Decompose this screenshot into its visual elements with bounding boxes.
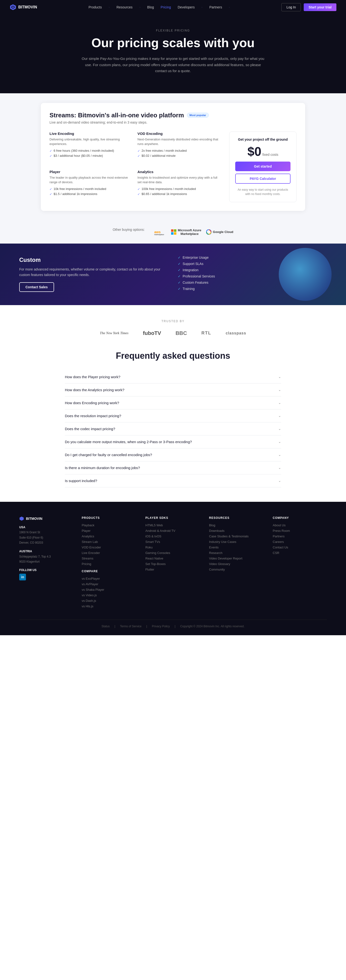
faq-question-2[interactable]: How does the Analytics pricing work? ⌄ bbox=[65, 383, 281, 396]
start-trial-button[interactable]: Start your trial bbox=[304, 3, 336, 11]
check-icon: ✓ bbox=[49, 187, 52, 191]
feature-vod-encoding-desc: Next-Generation massively distributed vi… bbox=[137, 137, 220, 146]
azure-marketplace-logo[interactable]: Microsoft AzureMarketplace bbox=[171, 228, 202, 235]
footer-link-press[interactable]: Press Room bbox=[273, 529, 327, 533]
nav-blog[interactable]: Blog bbox=[147, 5, 154, 9]
pricing-card: Streams: Bitmovin's all-in-one video pla… bbox=[41, 103, 305, 211]
faq-item-3[interactable]: How does Encoding pricing work? ⌄ bbox=[65, 396, 281, 409]
footer-link-playback[interactable]: Playback bbox=[82, 523, 136, 527]
faq-question-4[interactable]: Does the resolution impact pricing? ⌄ bbox=[65, 409, 281, 422]
faq-question-9[interactable]: Is support included? ⌄ bbox=[65, 474, 281, 487]
faq-item-8[interactable]: Is there a minimum duration for encoding… bbox=[65, 461, 281, 474]
footer-link-csr[interactable]: CSR bbox=[273, 551, 327, 555]
trusted-logo-nyt: The New York Times bbox=[100, 331, 128, 335]
faq-item-7[interactable]: Do I get charged for faulty or cancelled… bbox=[65, 449, 281, 461]
svg-text:aws: aws bbox=[154, 230, 161, 234]
faq-question-3[interactable]: How does Encoding pricing work? ⌄ bbox=[65, 396, 281, 409]
footer-link-vs-videojs[interactable]: vs Video.js bbox=[82, 593, 136, 597]
footer-address-us: USA 1900 N Grant St Suite 610 (Floor 6) … bbox=[19, 525, 72, 565]
faq-question-8[interactable]: Is there a minimum duration for encoding… bbox=[65, 461, 281, 474]
feature-vod-encoding-list: ✓2x free minutes / month included ✓$0.02… bbox=[137, 149, 220, 158]
footer-link-events[interactable]: Events bbox=[209, 546, 263, 549]
footer-terms-link[interactable]: Terms of Service bbox=[120, 625, 141, 628]
faq-question-6[interactable]: Do you calculate more output minutes, wh… bbox=[65, 436, 281, 448]
login-button[interactable]: Log In bbox=[281, 3, 301, 11]
footer-link-video-dev-report[interactable]: Video Developer Report bbox=[209, 557, 263, 560]
player-item-1: ✓10k free impressions / month included bbox=[49, 187, 132, 191]
hero-section: FLEXIBLE PRICING Our pricing scales with… bbox=[0, 14, 346, 93]
features-grid: Live Encoding Delivering unbreakable, hi… bbox=[49, 132, 220, 202]
payg-calculator-button[interactable]: PAYG Calculator bbox=[235, 173, 290, 184]
trusted-section: TRUSTED BY The New York Times fuboTV BBC… bbox=[0, 305, 346, 351]
nav-partners[interactable]: Partners bbox=[209, 5, 222, 9]
footer-link-careers[interactable]: Careers bbox=[273, 540, 327, 544]
footer-player-sdks-title: PLAYER SDKS bbox=[145, 516, 200, 520]
nav-resources[interactable]: Resources bbox=[116, 5, 133, 9]
faq-item-4[interactable]: Does the resolution impact pricing? ⌄ bbox=[65, 409, 281, 422]
footer-link-set-top[interactable]: Set Top-Boxes bbox=[145, 562, 200, 566]
faq-chevron-icon: ⌄ bbox=[278, 401, 281, 405]
footer-link-vs-hlsjs[interactable]: vs Hls.js bbox=[82, 605, 136, 608]
google-cloud-logo[interactable]: Google Cloud bbox=[206, 229, 233, 235]
faq-item-1[interactable]: How does the Player pricing work? ⌄ bbox=[65, 371, 281, 383]
footer-link-streams[interactable]: Streams bbox=[82, 557, 136, 560]
check-icon: ✓ bbox=[178, 274, 181, 278]
footer-link-vod-encoder[interactable]: VOD Encoder bbox=[82, 546, 136, 549]
footer-link-vs-shaka[interactable]: vs Shaka Player bbox=[82, 588, 136, 592]
footer-privacy-link[interactable]: Privacy Policy bbox=[152, 625, 170, 628]
nav-developers[interactable]: Developers bbox=[178, 5, 195, 9]
faq-item-9[interactable]: Is support included? ⌄ bbox=[65, 474, 281, 487]
footer-link-ios[interactable]: iOS & tvOS bbox=[145, 535, 200, 538]
faq-question-7[interactable]: Do I get charged for faulty or cancelled… bbox=[65, 449, 281, 461]
faq-item-6[interactable]: Do you calculate more output minutes, wh… bbox=[65, 436, 281, 449]
check-icon: ✓ bbox=[178, 262, 181, 266]
footer-link-blog[interactable]: Blog bbox=[209, 523, 263, 527]
footer-link-streamlab[interactable]: Stream Lab bbox=[82, 540, 136, 544]
trusted-logo-fubo: fuboTV bbox=[143, 330, 161, 336]
footer-link-roku[interactable]: Roku bbox=[145, 546, 200, 549]
footer-link-analytics[interactable]: Analytics bbox=[82, 535, 136, 538]
nav-products[interactable]: Products bbox=[89, 5, 102, 9]
footer-status-link[interactable]: Status bbox=[102, 625, 110, 628]
faq-item-5[interactable]: Does the codec impact pricing? ⌄ bbox=[65, 422, 281, 436]
footer-link-android[interactable]: Android & Android TV bbox=[145, 529, 200, 533]
footer-products-col: PRODUCTS Playback Player Analytics Strea… bbox=[82, 516, 136, 610]
footer-link-react-native[interactable]: React Native bbox=[145, 557, 200, 560]
faq-question-5[interactable]: Does the codec impact pricing? ⌄ bbox=[65, 422, 281, 435]
faq-question-1[interactable]: How does the Player pricing work? ⌄ bbox=[65, 371, 281, 383]
faq-item-2[interactable]: How does the Analytics pricing work? ⌄ bbox=[65, 383, 281, 396]
footer-link-downloads[interactable]: Downloads bbox=[209, 529, 263, 533]
feature-vod-encoding-title: VOD Encoding bbox=[137, 132, 220, 135]
faq-title: Frequently asked questions bbox=[65, 351, 281, 361]
footer-link-partners[interactable]: Partners bbox=[273, 535, 327, 538]
get-started-button[interactable]: Get started bbox=[235, 162, 290, 171]
aws-icon: aws marketplace bbox=[154, 228, 166, 235]
footer-link-case-studies[interactable]: Case Studies & Testimonials bbox=[209, 535, 263, 538]
footer-link-vs-av[interactable]: vs AVPlayer bbox=[82, 582, 136, 586]
player-item-2: ✓$1.5 / additional 1k impressions bbox=[49, 192, 132, 196]
logo[interactable]: BITMOVIN bbox=[10, 4, 37, 11]
footer-link-flutter[interactable]: Flutter bbox=[145, 568, 200, 571]
custom-description: For more advanced requirements, whether … bbox=[19, 267, 168, 277]
feature-vod-encoding: VOD Encoding Next-Generation massively d… bbox=[137, 132, 220, 164]
footer-link-community[interactable]: Community bbox=[209, 568, 263, 571]
footer-link-pricing[interactable]: Pricing bbox=[82, 562, 136, 566]
footer-link-contact[interactable]: Contact Us bbox=[273, 546, 327, 549]
footer-link-about[interactable]: About Us bbox=[273, 523, 327, 527]
footer-link-research[interactable]: Research bbox=[209, 551, 263, 555]
footer-link-gaming[interactable]: Gaming Consoles bbox=[145, 551, 200, 555]
linkedin-icon[interactable]: in bbox=[19, 574, 26, 581]
footer-link-live-encoder[interactable]: Live Encoder bbox=[82, 551, 136, 555]
footer-link-vs-dashjs[interactable]: vs Dash.js bbox=[82, 599, 136, 603]
footer-link-smart-tvs[interactable]: Smart TVs bbox=[145, 540, 200, 544]
svg-rect-5 bbox=[171, 229, 173, 232]
footer-link-industry[interactable]: Industry Use Cases bbox=[209, 540, 263, 544]
svg-marker-10 bbox=[19, 517, 24, 520]
footer-link-video-glossary[interactable]: Video Glossary bbox=[209, 562, 263, 566]
footer-link-player[interactable]: Player bbox=[82, 529, 136, 533]
footer-link-html5[interactable]: HTML5 Web bbox=[145, 523, 200, 527]
nav-pricing[interactable]: Pricing bbox=[161, 5, 171, 9]
footer-link-vs-exo[interactable]: vs ExoPlayer bbox=[82, 577, 136, 581]
aws-marketplace-logo[interactable]: aws marketplace bbox=[154, 228, 166, 235]
contact-sales-button[interactable]: Contact Sales bbox=[19, 282, 54, 292]
